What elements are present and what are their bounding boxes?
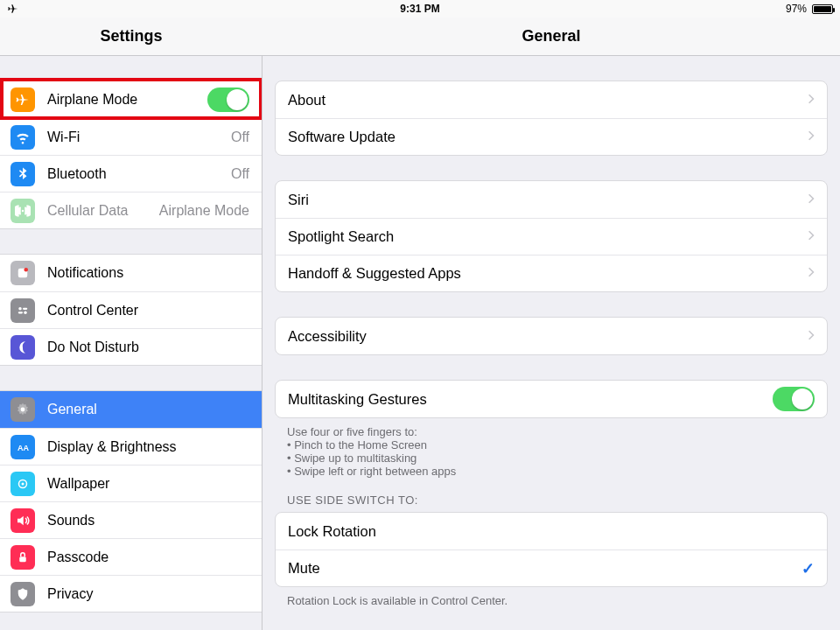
svg-rect-6 [18, 312, 23, 313]
wallpaper-icon [10, 472, 35, 496]
sidebar-item-notifications[interactable]: Notifications [0, 255, 262, 291]
footer-line: • Pinch to the Home Screen [287, 438, 816, 452]
row-accessibility[interactable]: Accessibility [276, 318, 827, 354]
svg-point-2 [24, 268, 29, 272]
cellular-icon [10, 199, 35, 223]
notifications-icon [10, 261, 35, 285]
gear-icon [10, 397, 35, 422]
sidebar-item-wifi[interactable]: Wi-Fi Off [0, 118, 262, 155]
chevron-right-icon [808, 328, 815, 345]
row-label: Multitasking Gestures [288, 391, 773, 408]
side-switch-footer: Rotation Lock is available in Control Ce… [287, 594, 816, 607]
sidebar-item-airplane-mode[interactable]: Airplane Mode [0, 81, 262, 118]
sidebar-item-label: Wallpaper [47, 476, 249, 492]
chevron-right-icon [808, 92, 815, 108]
general-detail[interactable]: About Software Update Siri Spotlight Sea… [262, 56, 840, 630]
sidebar-item-passcode[interactable]: Passcode [0, 538, 262, 575]
sidebar-item-value: Off [231, 130, 249, 145]
row-spotlight[interactable]: Spotlight Search [276, 218, 827, 255]
sidebar-item-bluetooth[interactable]: Bluetooth Off [0, 155, 262, 192]
sidebar-item-label: General [47, 402, 249, 417]
header-left-title: Settings [0, 18, 262, 55]
sidebar-item-display[interactable]: AA Display & Brightness [0, 428, 262, 465]
row-software-update[interactable]: Software Update [276, 118, 827, 155]
sidebar-item-label: Privacy [47, 586, 249, 602]
row-lock-rotation[interactable]: Lock Rotation [276, 513, 827, 550]
display-icon: AA [10, 435, 35, 459]
battery-pct: 97% [786, 3, 807, 15]
side-switch-header: USE SIDE SWITCH TO: [287, 494, 816, 507]
sidebar-item-label: Cellular Data [47, 203, 159, 219]
sidebar-item-label: Sounds [47, 513, 249, 528]
control-center-icon [10, 298, 35, 323]
moon-icon [10, 335, 35, 360]
svg-text:AA: AA [18, 443, 29, 452]
chevron-right-icon [808, 265, 815, 282]
row-mute[interactable]: Mute ✓ [276, 550, 827, 586]
footer-line: • Swipe up to multitasking [287, 452, 816, 465]
footer-line: Use four or five fingers to: [287, 425, 816, 438]
sidebar-item-general[interactable]: General [0, 391, 262, 428]
wifi-icon [10, 125, 35, 150]
sidebar-item-wallpaper[interactable]: Wallpaper [0, 465, 262, 501]
check-icon: ✓ [802, 559, 815, 578]
sidebar-item-label: Do Not Disturb [47, 340, 249, 355]
sidebar-item-label: Notifications [47, 265, 249, 281]
sidebar-item-label: Bluetooth [47, 166, 231, 182]
sidebar-item-label: Control Center [47, 303, 249, 318]
multitasking-toggle[interactable] [773, 387, 815, 411]
lock-icon [10, 545, 35, 570]
svg-rect-4 [23, 307, 27, 309]
row-label: About [288, 92, 808, 108]
svg-point-3 [18, 307, 21, 310]
sidebar-item-label: Airplane Mode [47, 92, 207, 108]
svg-point-10 [22, 482, 24, 485]
sidebar-item-label: Passcode [47, 550, 249, 565]
row-label: Mute [288, 560, 802, 577]
row-siri[interactable]: Siri [276, 181, 827, 218]
status-time: 9:31 PM [400, 3, 439, 15]
chevron-right-icon [808, 228, 815, 245]
sidebar-item-cellular[interactable]: Cellular Data Airplane Mode [0, 192, 262, 228]
airplane-status-icon [7, 3, 19, 15]
sidebar-item-dnd[interactable]: Do Not Disturb [0, 328, 262, 365]
privacy-icon [10, 582, 35, 606]
sidebar-item-value: Airplane Mode [159, 203, 249, 219]
bluetooth-icon [10, 162, 35, 186]
row-label: Siri [288, 192, 808, 208]
svg-point-5 [24, 311, 26, 313]
row-label: Handoff & Suggested Apps [288, 265, 808, 282]
footer-line: • Swipe left or right between apps [287, 465, 816, 478]
row-label: Lock Rotation [288, 523, 815, 540]
row-label: Software Update [288, 129, 808, 145]
sidebar-item-control-center[interactable]: Control Center [0, 291, 262, 328]
airplane-icon [10, 88, 35, 112]
sidebar-item-label: Display & Brightness [47, 439, 249, 455]
status-bar: 9:31 PM 97% [0, 0, 840, 18]
row-multitasking[interactable]: Multitasking Gestures [276, 381, 827, 417]
sidebar-item-sounds[interactable]: Sounds [0, 501, 262, 538]
row-handoff[interactable]: Handoff & Suggested Apps [276, 255, 827, 291]
row-label: Spotlight Search [288, 228, 808, 245]
settings-sidebar[interactable]: Airplane Mode Wi-Fi Off Bluetooth Off [0, 56, 262, 630]
chevron-right-icon [808, 192, 815, 208]
sounds-icon [10, 508, 35, 533]
header-right-title: General [262, 18, 840, 55]
chevron-right-icon [808, 129, 815, 145]
sidebar-item-label: Wi-Fi [47, 130, 231, 145]
header: Settings General [0, 18, 840, 56]
svg-point-0 [22, 209, 24, 211]
battery-icon [812, 4, 833, 14]
airplane-toggle[interactable] [207, 88, 249, 112]
row-about[interactable]: About [276, 81, 827, 118]
sidebar-item-value: Off [231, 166, 249, 182]
sidebar-item-privacy[interactable]: Privacy [0, 575, 262, 612]
row-label: Accessibility [288, 328, 808, 345]
svg-rect-11 [19, 556, 26, 562]
multitasking-footer: Use four or five fingers to: • Pinch to … [287, 425, 816, 478]
